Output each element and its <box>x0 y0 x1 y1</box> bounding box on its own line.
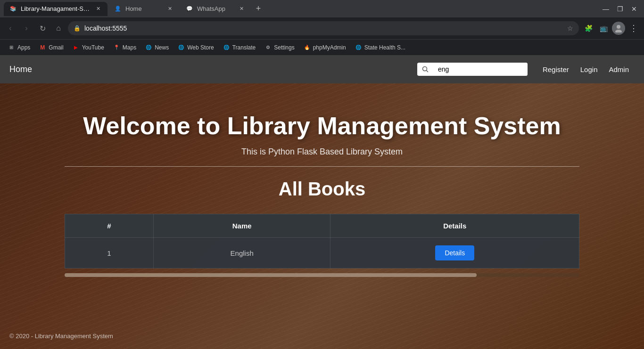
table-body: 1 English Details <box>65 238 579 268</box>
minimize-button[interactable]: — <box>600 3 612 15</box>
row-name: English <box>154 238 330 268</box>
admin-link[interactable]: Admin <box>603 62 635 77</box>
row-number: 1 <box>65 238 154 268</box>
books-table-container: # Name Details 1 English Details <box>65 214 580 268</box>
tab-home-close[interactable]: ✕ <box>166 5 173 13</box>
scroll-bar <box>65 273 580 277</box>
hero-title: Welcome to Library Management System <box>0 112 644 140</box>
bookmark-phpmyadmin-label: phpMyAdmin <box>313 44 346 51</box>
reload-button[interactable]: ↻ <box>36 22 49 35</box>
browser-chrome: 📚 Library-Managament-Syst... ✕ 👤 Home ✕ … <box>0 0 644 55</box>
bookmark-webstore-label: Web Store <box>187 44 214 51</box>
svg-point-2 <box>422 67 427 71</box>
bookmark-gmail-label: Gmail <box>49 44 63 51</box>
hero-content: Welcome to Library Management System Thi… <box>0 112 644 277</box>
bookmark-youtube-label: YouTube <box>82 44 104 51</box>
translate-favicon: 🌐 <box>223 44 230 51</box>
tab-library-favicon: 📚 <box>9 5 17 13</box>
bookmark-translate[interactable]: 🌐 Translate <box>219 42 260 53</box>
webstore-favicon: 🌐 <box>177 44 185 51</box>
address-bar[interactable]: 🔒 ☆ <box>68 21 579 35</box>
tab-whatsapp-favicon: 💬 <box>186 5 193 13</box>
window-controls: — ❐ ✕ <box>600 3 640 15</box>
col-number: # <box>65 214 154 238</box>
tab-library-close[interactable]: ✕ <box>94 5 102 13</box>
books-heading: All Books <box>0 179 644 200</box>
app-navbar: Home Register Login Admin <box>0 55 644 83</box>
bookmark-maps-label: Maps <box>123 44 136 51</box>
register-link[interactable]: Register <box>537 62 575 77</box>
toolbar-icons: 🧩 📺 ⋮ <box>582 22 640 35</box>
table-header-row: # Name Details <box>65 214 579 238</box>
address-input[interactable] <box>84 24 563 32</box>
details-button[interactable]: Details <box>435 245 474 260</box>
bookmark-settings-label: Settings <box>274 44 294 51</box>
hero-divider <box>65 166 580 167</box>
tab-home-favicon: 👤 <box>114 5 122 13</box>
bookmarks-bar: ⊞ Apps M Gmail ▶ YouTube 📍 Maps 🌐 News 🌐… <box>0 39 644 55</box>
col-details: Details <box>330 214 579 238</box>
profile-button[interactable] <box>612 22 625 35</box>
bookmark-statehealth[interactable]: 🌐 State Health S... <box>351 42 409 53</box>
books-table: # Name Details 1 English Details <box>65 214 580 268</box>
tab-library-title: Library-Managament-Syst... <box>21 5 91 12</box>
search-form <box>417 63 528 76</box>
footer-text: © 2020 - Library Management System <box>9 333 113 340</box>
settings-favicon: ⚙ <box>264 44 272 51</box>
bookmark-webstore[interactable]: 🌐 Web Store <box>173 42 217 53</box>
table-row: 1 English Details <box>65 238 579 268</box>
phpmyadmin-favicon: 🔥 <box>303 44 311 51</box>
hero-section: Welcome to Library Management System Thi… <box>0 83 644 349</box>
bookmark-apps-label: Apps <box>17 44 30 51</box>
tab-bar: 📚 Library-Managament-Syst... ✕ 👤 Home ✕ … <box>0 0 644 17</box>
row-details-cell: Details <box>330 238 579 268</box>
tab-home-title: Home <box>125 5 162 12</box>
table-header: # Name Details <box>65 214 579 238</box>
forward-button[interactable]: › <box>20 22 33 35</box>
bookmark-translate-label: Translate <box>232 44 256 51</box>
profile-icon <box>614 24 623 32</box>
bookmark-news-label: News <box>155 44 169 51</box>
svg-point-1 <box>615 30 622 32</box>
bookmark-phpmyadmin[interactable]: 🔥 phpMyAdmin <box>299 42 350 53</box>
home-button[interactable]: ⌂ <box>52 22 65 35</box>
search-button[interactable] <box>417 63 433 75</box>
maximize-button[interactable]: ❐ <box>614 3 626 15</box>
extensions-button[interactable]: 🧩 <box>582 22 595 35</box>
bookmark-youtube[interactable]: ▶ YouTube <box>68 42 108 53</box>
back-button[interactable]: ‹ <box>4 22 17 35</box>
new-tab-button[interactable]: + <box>252 2 265 16</box>
tab-whatsapp-title: WhatsApp <box>197 5 234 12</box>
bookmark-maps[interactable]: 📍 Maps <box>109 42 140 53</box>
bookmark-settings[interactable]: ⚙ Settings <box>260 42 298 53</box>
gmail-favicon: M <box>39 44 46 51</box>
youtube-favicon: ▶ <box>72 44 80 51</box>
tab-home[interactable]: 👤 Home ✕ <box>108 2 179 16</box>
scroll-indicator <box>65 273 477 277</box>
search-input-wrapper <box>417 63 528 76</box>
search-icon <box>422 66 429 73</box>
news-favicon: 🌐 <box>145 44 152 51</box>
tab-whatsapp[interactable]: 💬 WhatsApp ✕ <box>180 2 251 16</box>
statehealth-favicon: 🌐 <box>355 44 362 51</box>
bookmark-statehealth-label: State Health S... <box>364 44 405 51</box>
tab-library[interactable]: 📚 Library-Managament-Syst... ✕ <box>4 2 107 16</box>
svg-point-0 <box>617 25 620 29</box>
bookmark-apps[interactable]: ⊞ Apps <box>4 42 34 53</box>
address-bar-row: ‹ › ↻ ⌂ 🔒 ☆ 🧩 📺 ⋮ <box>0 17 644 39</box>
maps-favicon: 📍 <box>113 44 120 51</box>
close-button[interactable]: ✕ <box>628 3 640 15</box>
lock-icon: 🔒 <box>74 25 81 32</box>
login-link[interactable]: Login <box>575 62 603 77</box>
apps-favicon: ⊞ <box>8 44 15 51</box>
menu-button[interactable]: ⋮ <box>627 22 640 35</box>
footer: © 2020 - Library Management System <box>0 323 644 349</box>
home-link[interactable]: Home <box>9 65 32 74</box>
tab-whatsapp-close[interactable]: ✕ <box>238 5 245 13</box>
search-input[interactable] <box>433 63 528 76</box>
cast-button[interactable]: 📺 <box>597 22 610 35</box>
col-name: Name <box>154 214 330 238</box>
bookmark-gmail[interactable]: M Gmail <box>35 42 67 53</box>
bookmark-star-icon[interactable]: ☆ <box>567 24 573 32</box>
bookmark-news[interactable]: 🌐 News <box>141 42 173 53</box>
